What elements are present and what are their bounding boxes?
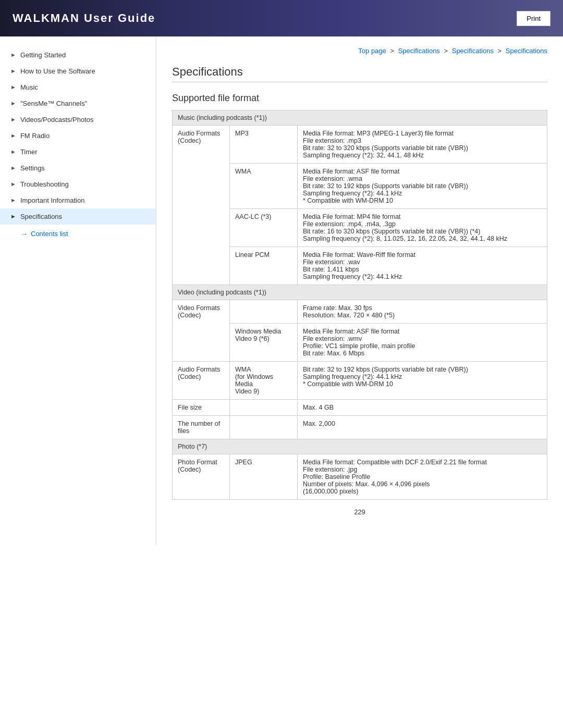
arrow-right-icon: → bbox=[21, 230, 28, 238]
specs-table: Music (including podcasts (*1)) Audio Fo… bbox=[172, 110, 547, 500]
photo-format-cat: Photo Format (Codec) bbox=[173, 454, 230, 500]
sidebar-item-timer[interactable]: ► Timer bbox=[0, 144, 156, 160]
breadcrumb-top[interactable]: Top page bbox=[358, 47, 386, 55]
sidebar-item-label: Troubleshooting bbox=[20, 180, 69, 188]
sidebar-item-getting-started[interactable]: ► Getting Started bbox=[0, 47, 156, 63]
numfiles-detail: Max. 2,000 bbox=[298, 416, 547, 439]
content-area: Top page > Specifications > Specificatio… bbox=[156, 36, 563, 545]
mp3-detail: Media File format: MP3 (MPEG-1 Layer3) f… bbox=[298, 126, 547, 164]
sidebar-item-label: Specifications bbox=[20, 213, 62, 220]
table-row-numfiles: The number of files Max. 2,000 bbox=[173, 416, 547, 439]
filesize-cat: File size bbox=[173, 400, 230, 416]
wma-video-detail: Bit rate: 32 to 192 kbps (Supports varia… bbox=[298, 362, 547, 400]
chevron-icon: ► bbox=[10, 213, 16, 219]
chevron-icon: ► bbox=[10, 52, 16, 58]
sidebar-item-label: Videos/Podcasts/Photos bbox=[20, 116, 94, 124]
sidebar-item-sensme[interactable]: ► "SensMe™ Channels" bbox=[0, 95, 156, 112]
breadcrumb-specs2[interactable]: Specifications bbox=[452, 47, 494, 55]
table-row-mp3: Audio Formats (Codec) MP3 Media File for… bbox=[173, 126, 547, 164]
chevron-icon: ► bbox=[10, 197, 16, 203]
linearpcm-format: Linear PCM bbox=[230, 247, 298, 285]
app-title: WALKMAN User Guide bbox=[13, 11, 155, 25]
table-row-music-header: Music (including podcasts (*1)) bbox=[173, 110, 547, 126]
sidebar-item-label: Settings bbox=[20, 164, 45, 172]
chevron-icon: ► bbox=[10, 181, 16, 187]
numfiles-cat: The number of files bbox=[173, 416, 230, 439]
sidebar-item-fm-radio[interactable]: ► FM Radio bbox=[0, 128, 156, 144]
sidebar-item-videos[interactable]: ► Videos/Podcasts/Photos bbox=[0, 112, 156, 128]
sidebar-item-important-information[interactable]: ► Important Information bbox=[0, 192, 156, 208]
wma-format: WMA bbox=[230, 164, 298, 209]
aaclc-format: AAC-LC (*3) bbox=[230, 209, 298, 247]
table-row-video1: Video Formats (Codec) Frame rate: Max. 3… bbox=[173, 300, 547, 324]
sidebar-item-label: FM Radio bbox=[20, 132, 50, 140]
chevron-icon: ► bbox=[10, 100, 16, 106]
chevron-icon: ► bbox=[10, 149, 16, 155]
video-formats-cat: Video Formats (Codec) bbox=[173, 300, 230, 362]
wmv9-detail: Media File format: ASF file format File … bbox=[298, 324, 547, 362]
jpeg-format: JPEG bbox=[230, 454, 298, 500]
music-group-header: Music (including podcasts (*1)) bbox=[173, 110, 547, 126]
page-title: Specifications bbox=[172, 65, 547, 79]
chevron-icon: ► bbox=[10, 68, 16, 74]
title-divider bbox=[172, 82, 547, 82]
table-row-jpeg: Photo Format (Codec) JPEG Media File for… bbox=[173, 454, 547, 500]
sidebar-item-label: "SensMe™ Channels" bbox=[20, 100, 87, 107]
table-row-filesize: File size Max. 4 GB bbox=[173, 400, 547, 416]
table-row-audio-video: Audio Formats (Codec) WMA (for Windows M… bbox=[173, 362, 547, 400]
sidebar-item-specifications[interactable]: ► Specifications bbox=[0, 208, 156, 225]
table-row-photo-header: Photo (*7) bbox=[173, 439, 547, 454]
filesize-detail: Max. 4 GB bbox=[298, 400, 547, 416]
chevron-icon: ► bbox=[10, 132, 16, 139]
video-format-empty bbox=[230, 300, 298, 324]
chevron-icon: ► bbox=[10, 84, 16, 90]
aaclc-detail: Media File format: MP4 file format File … bbox=[298, 209, 547, 247]
mp3-format: MP3 bbox=[230, 126, 298, 164]
video-detail1: Frame rate: Max. 30 fps Resolution: Max.… bbox=[298, 300, 547, 324]
page-number: 229 bbox=[354, 508, 365, 516]
page-footer: 229 bbox=[172, 500, 547, 524]
breadcrumb-specs3[interactable]: Specifications bbox=[506, 47, 547, 55]
numfiles-format-empty bbox=[230, 416, 298, 439]
filesize-format-empty bbox=[230, 400, 298, 416]
wmv9-format: Windows Media Video 9 (*6) bbox=[230, 324, 298, 362]
chevron-icon: ► bbox=[10, 165, 16, 171]
audio-formats-cat: Audio Formats (Codec) bbox=[173, 126, 230, 285]
sidebar-item-label: Music bbox=[20, 83, 38, 91]
sidebar-item-label: Timer bbox=[20, 148, 38, 156]
jpeg-detail: Media File format: Compatible with DCF 2… bbox=[298, 454, 547, 500]
photo-group-header: Photo (*7) bbox=[173, 439, 547, 454]
wma-video-format: WMA (for Windows Media Video 9) bbox=[230, 362, 298, 400]
sidebar: ► Getting Started ► How to Use the Softw… bbox=[0, 36, 156, 545]
section-heading: Supported file format bbox=[172, 93, 547, 104]
sidebar-item-troubleshooting[interactable]: ► Troubleshooting bbox=[0, 176, 156, 192]
breadcrumb-specs1[interactable]: Specifications bbox=[398, 47, 440, 55]
audio-formats-video-cat: Audio Formats (Codec) bbox=[173, 362, 230, 400]
sidebar-item-label: Getting Started bbox=[20, 51, 66, 59]
sidebar-item-settings[interactable]: ► Settings bbox=[0, 160, 156, 176]
wma-detail: Media File format: ASF file format File … bbox=[298, 164, 547, 209]
print-button[interactable]: Print bbox=[517, 11, 550, 26]
linearpcm-detail: Media File format: Wave-Riff file format… bbox=[298, 247, 547, 285]
video-group-header: Video (including podcasts (*1)) bbox=[173, 285, 547, 300]
contents-list-label: Contents list bbox=[31, 230, 68, 238]
main-layout: ► Getting Started ► How to Use the Softw… bbox=[0, 36, 563, 545]
header: WALKMAN User Guide Print bbox=[0, 0, 563, 36]
sidebar-item-label: How to Use the Software bbox=[20, 67, 95, 75]
contents-list-link[interactable]: → Contents list bbox=[0, 225, 156, 243]
breadcrumb: Top page > Specifications > Specificatio… bbox=[172, 47, 547, 55]
sidebar-item-music[interactable]: ► Music bbox=[0, 79, 156, 95]
sidebar-item-how-to-use-software[interactable]: ► How to Use the Software bbox=[0, 63, 156, 79]
chevron-icon: ► bbox=[10, 116, 16, 122]
table-row-video-header: Video (including podcasts (*1)) bbox=[173, 285, 547, 300]
sidebar-item-label: Important Information bbox=[20, 196, 85, 204]
